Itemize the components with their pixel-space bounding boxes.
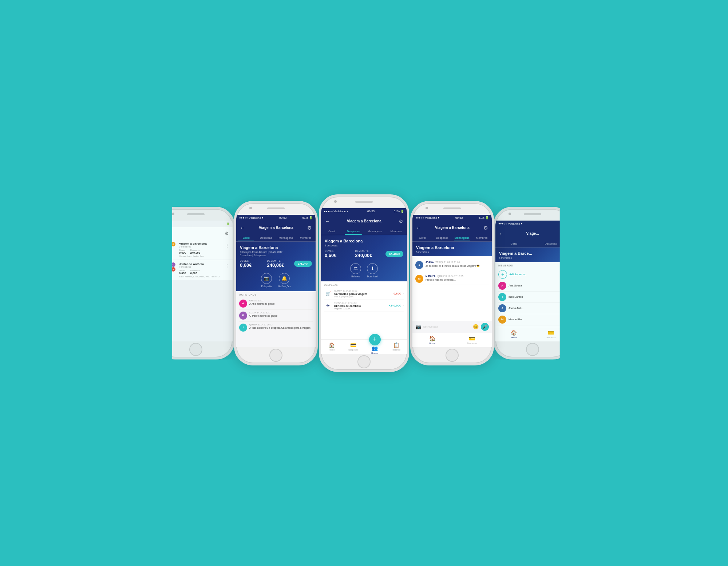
saldar-button-2[interactable]: SALDAR <box>294 261 312 267</box>
group-members-1: 5 membros <box>179 245 230 248</box>
notif-action-2[interactable]: 🔔 Notificações <box>278 273 290 288</box>
home-button-4[interactable] <box>446 349 459 362</box>
member-item-4: M Manuel Bo... <box>498 314 566 325</box>
status-bar-2: ●●●○○ Vodafone ▾ 09:53 51% 🔋 <box>236 215 316 221</box>
time-4: 09:53 <box>455 216 463 219</box>
nav-grupos-3[interactable]: + 👥 Grupos <box>364 340 385 354</box>
tab-geral-2[interactable]: Geral <box>236 234 256 241</box>
list-item-info-1: Viagem a Barcelona 5 membros Deves 0,60€… <box>179 242 230 257</box>
nav-title-3: Viagem a Barcelona <box>347 219 381 223</box>
nav-home-5[interactable]: 🏠 Home <box>495 327 533 341</box>
fab-button-3[interactable]: + <box>369 334 381 345</box>
saldar-button-3[interactable]: SALDAR <box>385 251 403 257</box>
nav-historico-3[interactable]: 📋 Histórico <box>385 340 407 354</box>
home-button-2[interactable] <box>269 349 282 362</box>
members-section-5: MEMBROS + Adicionar m... A Ana Sousa I I… <box>495 262 569 327</box>
tab-geral-3[interactable]: Geral <box>321 228 343 235</box>
mic-icon-4[interactable]: 🎤 <box>481 323 489 331</box>
message-item-2: M MANUEL QUARTA 12.04.17 13:05 Preciso m… <box>415 273 489 285</box>
tabs-2: Geral Despesas Mensagens Membros <box>236 234 316 242</box>
emoji-icon-4[interactable]: 😊 <box>473 324 479 329</box>
front-camera-3 <box>334 200 337 203</box>
gear-icon[interactable]: ⚙ <box>225 231 229 236</box>
expense-item-1[interactable]: 🛒 QUINTA 13.04.17 20:02 Caramelos para a… <box>324 288 404 300</box>
hero-4: Viagem a Barcelona 5 membros <box>412 242 492 256</box>
tab-geral-5[interactable]: Geral <box>495 240 533 247</box>
more-icon-1[interactable]: ⋮ <box>225 243 230 249</box>
tab-mensagens-3[interactable]: Mensagens <box>364 228 385 235</box>
back-icon-3[interactable]: ← <box>325 218 330 224</box>
settings-icon-2[interactable]: ⚙ <box>307 225 312 231</box>
phone-1: ✦ 51% 🔋 🔍 ⚙ J I P A <box>157 207 235 360</box>
nav-header-4: ← Viagem a Barcelona ⚙ <box>412 221 492 234</box>
deves-val-h2: 0,60€ <box>240 262 263 268</box>
list-item-jantar[interactable]: S M E P A + Jantar do António 9 membros <box>159 260 233 280</box>
devemte-amount-3: DEVEM-TE 240,00€ <box>355 250 381 258</box>
nav-home-3[interactable]: 🏠 Home <box>321 340 343 354</box>
notif-label-2: Notificações <box>278 285 290 288</box>
nav-despesas-4[interactable]: 💳 Despesas <box>452 333 492 347</box>
home-button-5[interactable] <box>526 343 539 356</box>
foto-label-2: Fotografia <box>261 285 272 288</box>
tab-despesas-4[interactable]: Despesas <box>432 234 452 241</box>
expense-date-1: QUINTA 13.04.17 20:02 <box>334 290 391 292</box>
expense-icon-1: 🛒 <box>324 290 332 298</box>
download-action-3[interactable]: ⬇ Download <box>367 263 378 278</box>
home-label-5: Home <box>511 336 517 339</box>
activity-item-3: I QUINTA 13.04.17 20:02 A Inês adicionou… <box>239 322 313 333</box>
hero-3: Viagem a Barcelona 2 despesas DEVES 0,60… <box>321 235 407 281</box>
more-icon-2[interactable]: ⋮ <box>225 263 230 269</box>
tab-despesas-5[interactable]: Despesas <box>533 240 570 247</box>
devemte-val-h2: 240,00€ <box>267 262 290 268</box>
activity-time-2: SEXTA 14.04.17 12:32 <box>249 312 277 314</box>
back-icon-2[interactable]: ← <box>240 225 245 231</box>
nav-header-2: ← Viagem a Barcelona ⚙ <box>236 221 316 234</box>
back-icon-4[interactable]: ← <box>416 225 421 231</box>
time-3: 09:53 <box>367 210 375 213</box>
tab-membros-3[interactable]: Membros <box>385 228 407 235</box>
nav-home-4[interactable]: 🏠 Home <box>412 333 452 347</box>
phone-bottom-3 <box>321 354 407 370</box>
add-member-button-5[interactable]: + Adicionar m... <box>498 269 566 280</box>
tab-mensagens-4[interactable]: Mensagens <box>452 234 472 241</box>
foto-action-2[interactable]: 📷 Fotografia <box>261 273 272 288</box>
tab-despesas-2[interactable]: Despesas <box>256 234 276 241</box>
back-icon-5[interactable]: ← <box>499 231 504 237</box>
tab-membros-2[interactable]: Membros <box>296 234 316 241</box>
speaker-1 <box>187 213 205 215</box>
home-button-1[interactable] <box>189 343 202 356</box>
group-amounts-1: Deves 0,60€ Devem-te 240,00€ <box>179 249 230 254</box>
expense-icon-2: ✈ <box>324 302 332 310</box>
settings-icon-5[interactable]: ⚙ <box>561 231 566 237</box>
expense-item-2[interactable]: ✈ TERÇA 11.04.17 11:02 Bilhetes de combo… <box>324 300 404 312</box>
speaker-4 <box>443 207 461 209</box>
balanco-action-3[interactable]: ⚖ Balanço <box>350 263 361 278</box>
nav-despesas-3[interactable]: 💳 Despesas <box>343 340 364 354</box>
nav-title-2: Viagem a Barcelona <box>259 226 293 230</box>
group-people-2: Sara, Manuel, Elisa, Petra, Ana, Pedro +… <box>179 276 230 278</box>
list-item-barcelona[interactable]: J I P A Viagem a Barcelona 5 membros Dev… <box>159 240 233 260</box>
member-name-4: Manuel Bo... <box>509 318 524 321</box>
notif-icon-2: 🔔 <box>279 273 290 284</box>
camera-msg-icon-4[interactable]: 📷 <box>415 324 421 329</box>
search-icon[interactable]: 🔍 <box>162 230 170 237</box>
home-icon-4: 🏠 <box>429 336 435 341</box>
avatar-2d: P <box>162 267 166 272</box>
tab-membros-4[interactable]: Membros <box>472 234 492 241</box>
home-button-3[interactable] <box>357 355 371 368</box>
nav-header-3: ← Viagem a Barcelona ⚙ <box>321 215 407 228</box>
settings-icon-4[interactable]: ⚙ <box>483 225 488 231</box>
msg-avatar-2: M <box>415 275 423 283</box>
phone-top-5 <box>495 209 569 221</box>
status-bar-4: ●●●○○ Vodafone ▾ 09:53 51% 🔋 <box>412 215 492 221</box>
phone-3: ●●●○○ Vodafone ▾ 09:53 51% 🔋 ← Viagem a … <box>319 194 409 372</box>
expense-chevron-1: › <box>403 292 404 295</box>
tab-mensagens-2[interactable]: Mensagens <box>276 234 296 241</box>
settings-icon-3[interactable]: ⚙ <box>399 218 403 224</box>
hero-content-2: Viagem a Barcelona Criado por Joana Antu… <box>240 245 312 288</box>
tab-geral-4[interactable]: Geral <box>412 234 432 241</box>
nav-despesas-5[interactable]: 💳 Despesas <box>533 327 570 341</box>
activity-time-1: ONTEM 13:32 <box>249 300 274 302</box>
message-input-4[interactable]: Escreve aqui <box>423 325 471 328</box>
tab-despesas-3[interactable]: Despesas <box>343 228 364 235</box>
